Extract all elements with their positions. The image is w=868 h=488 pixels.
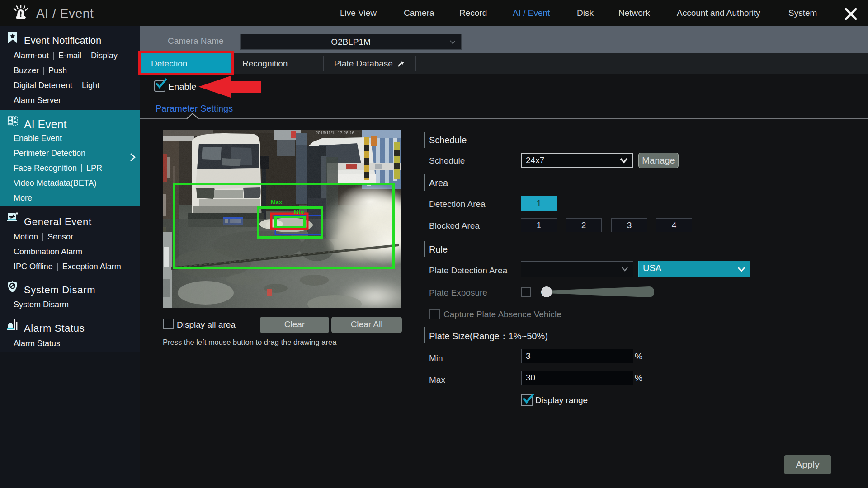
svg-text:Min: Min: [294, 209, 304, 216]
svg-text:2016/11/11 17:26:16: 2016/11/11 17:26:16: [316, 130, 354, 135]
svg-text:Max: Max: [271, 199, 283, 206]
